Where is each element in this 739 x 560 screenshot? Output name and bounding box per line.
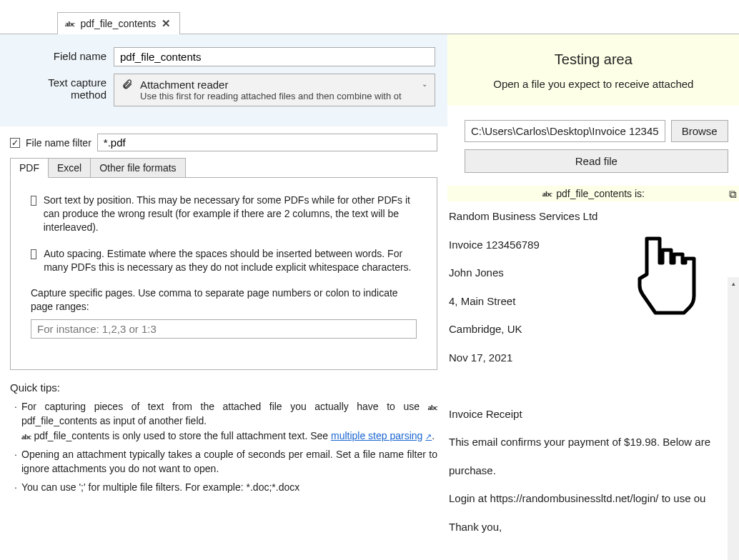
tip-3: You can use ';' for multiple file filter… bbox=[14, 480, 437, 494]
result-line: Invoice 123456789 bbox=[449, 236, 738, 254]
pages-caption: Capture specific pages. Use comma to sep… bbox=[31, 286, 417, 314]
capture-method-dropdown[interactable]: Attachment reader Use this first for rea… bbox=[114, 74, 435, 106]
tab-bar: abc pdf_file_contents ✕ bbox=[0, 0, 739, 34]
external-link-icon[interactable]: ↗ bbox=[425, 432, 432, 441]
tab-label: pdf_file_contents bbox=[81, 18, 157, 29]
tip-1: For capturing pieces of text from the at… bbox=[14, 399, 437, 443]
file-name-filter-input[interactable] bbox=[97, 134, 437, 151]
format-tabs: PDF Excel Other file formats bbox=[10, 157, 437, 177]
sort-text-label: Sort text by position. This may be neces… bbox=[44, 194, 417, 234]
tab-excel[interactable]: Excel bbox=[49, 158, 91, 178]
result-line: purchase. bbox=[449, 461, 738, 480]
result-line: Random Business Services Ltd bbox=[449, 207, 738, 226]
capture-method-title: Attachment reader bbox=[140, 79, 402, 91]
file-name-filter-checkbox[interactable]: ✓ bbox=[10, 138, 20, 148]
result-label-text: pdf_file_contents is: bbox=[556, 188, 645, 199]
scroll-up-icon[interactable]: ▴ bbox=[728, 277, 739, 289]
result-line: John Jones bbox=[449, 264, 738, 282]
auto-spacing-checkbox[interactable] bbox=[31, 249, 36, 259]
pages-input[interactable] bbox=[31, 319, 417, 339]
field-name-input[interactable] bbox=[114, 47, 435, 66]
testing-subheading: Open a file you expect to receive attach… bbox=[459, 78, 728, 90]
scrollbar[interactable]: ▴ bbox=[728, 277, 739, 560]
abc-icon: abc bbox=[428, 404, 438, 411]
read-file-button[interactable]: Read file bbox=[465, 149, 728, 173]
pdf-tab-panel: Sort text by position. This may be neces… bbox=[10, 177, 437, 370]
quick-tips-heading: Quick tips: bbox=[10, 381, 437, 394]
result-line: Nov 17, 2021 bbox=[449, 349, 738, 367]
tab-pdf-file-contents[interactable]: abc pdf_file_contents ✕ bbox=[57, 12, 180, 34]
field-name-label: Field name bbox=[10, 47, 114, 62]
abc-icon: abc bbox=[65, 20, 75, 28]
paperclip-icon bbox=[121, 79, 133, 92]
result-body: Random Business Services Ltd Invoice 123… bbox=[447, 201, 739, 536]
chevron-down-icon: ⌄ bbox=[422, 80, 427, 88]
abc-icon: abc bbox=[542, 190, 552, 198]
result-line bbox=[449, 376, 738, 395]
result-line: Thank you, bbox=[449, 518, 738, 536]
close-icon[interactable]: ✕ bbox=[162, 17, 171, 30]
abc-icon: abc bbox=[21, 433, 31, 441]
auto-spacing-label: Auto spacing. Estimate where the spaces … bbox=[44, 247, 417, 274]
result-line: 4, Main Street bbox=[449, 292, 738, 311]
form-area: Field name Text capture method Attachmen… bbox=[0, 34, 447, 126]
link-multiple-step-parsing[interactable]: multiple step parsing bbox=[331, 430, 422, 441]
capture-method-desc: Use this first for reading attached file… bbox=[140, 91, 402, 101]
result-line: Cambridge, UK bbox=[449, 320, 738, 339]
sort-text-checkbox[interactable] bbox=[31, 196, 36, 206]
quick-tips: Quick tips: For capturing pieces of text… bbox=[0, 370, 447, 511]
tab-pdf[interactable]: PDF bbox=[10, 158, 49, 178]
file-name-filter-label: File name filter bbox=[26, 137, 91, 149]
result-label-bar: abc pdf_file_contents is: ⧉ bbox=[447, 186, 739, 201]
testing-header: Testing area Open a file you expect to r… bbox=[447, 34, 739, 106]
result-line: Invoice Receipt bbox=[449, 405, 738, 424]
copy-icon[interactable]: ⧉ bbox=[729, 188, 737, 201]
result-line: Login at https://randombusinessltd.net/l… bbox=[449, 489, 738, 508]
file-path-input[interactable]: C:\Users\Carlos\Desktop\Invoice 12345 bbox=[465, 120, 665, 142]
capture-method-label: Text capture method bbox=[10, 74, 114, 101]
result-line: This email confirms your payment of $19.… bbox=[449, 433, 738, 451]
tip-2: Opening an attachment typically takes a … bbox=[14, 447, 437, 476]
testing-heading: Testing area bbox=[459, 51, 728, 68]
tab-other-formats[interactable]: Other file formats bbox=[91, 158, 185, 178]
browse-button[interactable]: Browse bbox=[671, 120, 728, 142]
